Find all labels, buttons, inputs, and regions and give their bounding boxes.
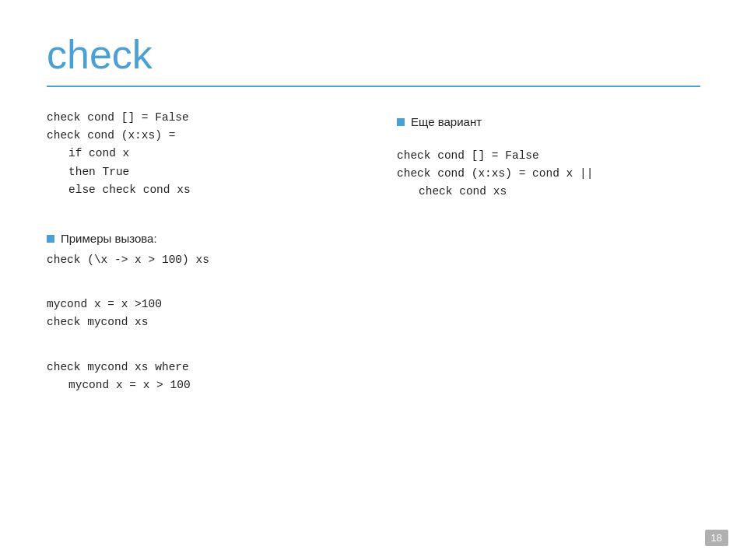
- right-column: Еще вариант check cond [] = False check …: [381, 109, 700, 408]
- gap-3: [47, 346, 350, 359]
- code-line-2-1: check (\x -> x > 100) xs: [47, 251, 350, 269]
- code-line-1-4: then True: [47, 163, 350, 181]
- code-line-r-2: check cond (x:xs) = cond x ||: [397, 165, 700, 183]
- bullet-item-1: Примеры вызова:: [47, 232, 350, 245]
- code-block-1: check cond [] = False check cond (x:xs) …: [47, 109, 350, 199]
- bullet-item-2: Еще вариант: [397, 115, 700, 128]
- slide-title: check: [47, 31, 700, 78]
- code-block-right-1: check cond [] = False check cond (x:xs) …: [397, 147, 700, 201]
- code-block-2: check (\x -> x > 100) xs: [47, 251, 350, 269]
- code-block-4: check mycond xs where mycond x = x > 100: [47, 359, 350, 394]
- code-line-1-3: if cond x: [47, 145, 350, 163]
- code-line-r-3: check cond xs: [397, 183, 700, 201]
- gap-2: [47, 283, 350, 296]
- slide-number: 18: [705, 530, 728, 546]
- left-column: check cond [] = False check cond (x:xs) …: [47, 109, 381, 408]
- gap-4: [397, 135, 700, 147]
- code-line-4-2: mycond x = x > 100: [47, 376, 350, 394]
- bullet-square-2: [397, 118, 405, 126]
- code-line-3-1: mycond x = x >100: [47, 296, 350, 313]
- bullet-text-1: Примеры вызова:: [61, 232, 157, 245]
- slide: check check cond [] = False check cond (…: [0, 0, 747, 560]
- gap-1: [47, 213, 350, 226]
- code-block-3: mycond x = x >100 check mycond xs: [47, 296, 350, 331]
- code-line-4-1: check mycond xs where: [47, 359, 350, 376]
- code-line-1-2: check cond (x:xs) =: [47, 127, 350, 145]
- title-divider: [47, 86, 700, 87]
- bullet-square-1: [47, 235, 54, 243]
- code-line-3-2: check mycond xs: [47, 313, 350, 331]
- code-line-1-5: else check cond xs: [47, 181, 350, 199]
- bullet-text-2: Еще вариант: [411, 115, 482, 128]
- code-line-r-1: check cond [] = False: [397, 147, 700, 165]
- content-area: check cond [] = False check cond (x:xs) …: [47, 109, 700, 408]
- code-line-1-1: check cond [] = False: [47, 109, 350, 127]
